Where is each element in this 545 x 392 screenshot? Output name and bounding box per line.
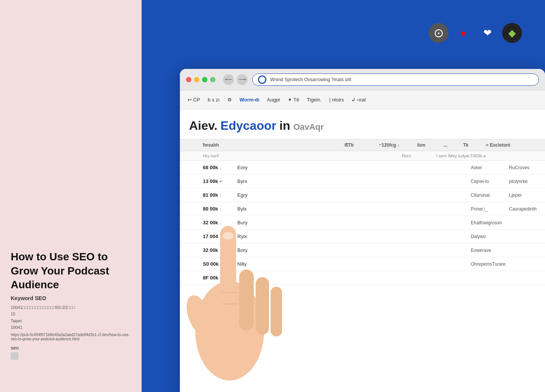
minimize-button[interactable]	[194, 77, 199, 82]
row-vol: 80 00k ↓	[203, 206, 237, 212]
table-header: ħnvalıh ls̃Tb ~12lifcg ↓ lion ⎵ Tk ≈ Exc…	[180, 139, 545, 151]
row-intent: Ponw□_	[471, 206, 509, 212]
page-title-part4: OavAqr	[293, 122, 323, 132]
row-keyword: Egry	[237, 192, 471, 198]
browser-icon-4: ◆	[502, 23, 522, 43]
toolbar-tigein[interactable]: Tigein.	[307, 97, 322, 103]
row-intent: Dalywo	[471, 234, 509, 239]
svg-point-1	[182, 292, 216, 339]
col-header-vol[interactable]: ls̃Tb	[344, 142, 379, 148]
browser-logo	[258, 75, 266, 84]
left-panel: How to Use SEO to Grow Your Podcast Audi…	[0, 0, 142, 392]
toolbar-cp[interactable]: ↩ CP	[188, 97, 200, 103]
row-vol: 81 00k ↓	[203, 192, 237, 198]
left-content: How to Use SEO to Grow Your Podcast Audi…	[11, 250, 131, 361]
row-keyword: Eory	[237, 165, 471, 170]
row-keyword: Bylx	[237, 206, 471, 212]
col-header-pos[interactable]: lion	[417, 142, 444, 148]
article-meta: 10041□□□□□□□□□□□□□50□22□□□ 15 Taipei 100…	[11, 304, 131, 331]
row-vol: S0 00k ↓	[203, 261, 237, 267]
sub-header: Hry ounĪ Roro I sem IMey iudyal T003b a	[180, 151, 545, 161]
page-title-part3: in	[279, 119, 290, 133]
row-keyword: Bory	[237, 247, 471, 253]
table-row[interactable]: 81 00k ↓ Egry Cllarsinal Ljeper	[180, 188, 545, 202]
row-vol: 8F 00k ↓	[203, 275, 237, 281]
back-button[interactable]: ⟵	[223, 74, 234, 85]
browser-icons: ⊙ ● ❤ ◆	[429, 23, 522, 43]
row-vol: 17 004 ↓	[203, 234, 237, 239]
svg-rect-6	[271, 287, 282, 336]
row-intent: Ehalfowigrosxn	[471, 220, 509, 225]
row-intent: Cllarsinal	[471, 193, 509, 198]
svg-point-0	[195, 281, 264, 381]
toolbar-nloirs[interactable]: | nloirs	[329, 97, 344, 103]
table-row[interactable]: 8F 00k ↓	[180, 271, 545, 285]
row-pos: Ljeper	[509, 193, 536, 198]
toolbar-augpr[interactable]: Augpr	[267, 97, 281, 103]
article-category: Keyword SEO	[11, 295, 131, 301]
traffic-lights	[186, 77, 215, 82]
page-title-row: Aiev. Edycaoor in OavAqr	[189, 119, 536, 133]
toolbar-bszi[interactable]: b s zı	[208, 97, 220, 103]
browser-toolbar: ↩ CP b s zı ⚙ Worm·dı Augpr ✦ Tē Tigein.…	[180, 90, 545, 109]
row-intent: Avkei	[471, 165, 509, 170]
col-header-keyword[interactable]: ħnvalıh	[203, 142, 344, 148]
browser-icon-3: ❤	[478, 23, 498, 43]
toolbar-te[interactable]: ✦ Tē	[288, 97, 299, 103]
row-vol: 32 00k ↓	[203, 247, 237, 253]
article-title: How to Use SEO to Grow Your Podcast Audi…	[11, 250, 131, 292]
table-row[interactable]: 32 00k ↓ Bury Ehalfowigrosxn	[180, 216, 545, 230]
row-vol: 13 00k ↵	[203, 178, 237, 184]
article-url[interactable]: https://pub-5c454f571b8e40a3a2aad27ade84…	[11, 333, 131, 341]
sub-col-1: Hry ounĪ	[203, 154, 402, 158]
row-intent: Eowerave	[471, 248, 509, 253]
table-row[interactable]: 13 00k ↵ Byrx Clqnei-lo ptolynrke	[180, 175, 545, 188]
row-vol: 68 00k ↓	[203, 165, 237, 170]
browser-window: ⟵ ⟶ Wnind Sprotech Ovsarrowing ?mats αít…	[180, 69, 545, 392]
page-header: Aiev. Edycaoor in OavAqr	[180, 109, 545, 133]
svg-rect-5	[256, 277, 269, 335]
address-bar[interactable]: Wnind Sprotech Ovsarrowing ?mats αítl	[252, 74, 539, 86]
table-row[interactable]: 80 00k ↓ Bylx Ponw□_ Caurapedinth	[180, 202, 545, 216]
browser-icon-2: ●	[453, 23, 473, 43]
forward-button[interactable]: ⟶	[237, 74, 248, 85]
row-keyword: Rylx	[237, 234, 471, 239]
col-header-icon1: ⎵	[444, 142, 463, 148]
toolbar-gear[interactable]: ⚙	[227, 97, 232, 103]
table-row[interactable]: 32 00k ↓ Bory Eowerave	[180, 243, 545, 257]
row-pos: Caurapedinth	[509, 206, 536, 212]
row-intent: Clqnei-lo	[471, 179, 509, 184]
row-vol: 32 00k ↓	[203, 220, 237, 225]
row-pos: RuCroves	[509, 165, 536, 170]
browser-nav: ⟵ ⟶	[223, 74, 248, 85]
toolbar-ural[interactable]: ↲ ‹ıral	[351, 97, 366, 103]
table-row[interactable]: 17 004 ↓ Rylx Dalywo	[180, 230, 545, 243]
extra-button[interactable]	[210, 77, 215, 82]
row-keyword: Byrx	[237, 178, 471, 184]
row-intent: OhrepemsTurare	[471, 261, 509, 267]
tag-icon	[11, 352, 18, 360]
close-button[interactable]	[186, 77, 191, 82]
address-text[interactable]: Wnind Sprotech Ovsarrowing ?mats αítl	[270, 77, 533, 82]
col-header-exc[interactable]: ≈ Excietoni	[486, 142, 536, 148]
table-body: 68 00k ↓ Eory Avkei RuCroves 13 00k ↵ By…	[180, 161, 545, 285]
page-title-part1: Aiev.	[189, 119, 217, 133]
toolbar-worm[interactable]: Worm·dı	[240, 97, 259, 103]
browser-icon-1: ⊙	[429, 23, 449, 43]
right-panel: ⊙ ● ❤ ◆ ⟵ ⟶ Wnind Sprotech Ovsarrowing ?…	[142, 0, 545, 392]
article-tag: seo	[11, 345, 131, 351]
col-header-intent[interactable]: ~12lifcg ↓	[379, 142, 417, 148]
page-title-part2: Edycaoor	[220, 119, 276, 133]
sub-col-3: I sem IMey iudyal T003b a	[436, 154, 536, 158]
table-row[interactable]: S0 00k ↓ Nilly OhrepemsTurare	[180, 257, 545, 271]
row-keyword: Nilly	[237, 261, 471, 267]
sub-col-2: Roro	[402, 154, 436, 158]
maximize-button[interactable]	[202, 77, 207, 82]
row-pos: ptolynrke	[509, 179, 536, 184]
col-header-tk[interactable]: Tk	[463, 142, 486, 148]
browser-chrome: ⟵ ⟶ Wnind Sprotech Ovsarrowing ?mats αít…	[180, 69, 545, 90]
table-row[interactable]: 68 00k ↓ Eory Avkei RuCroves	[180, 161, 545, 175]
row-keyword: Bury	[237, 220, 471, 225]
